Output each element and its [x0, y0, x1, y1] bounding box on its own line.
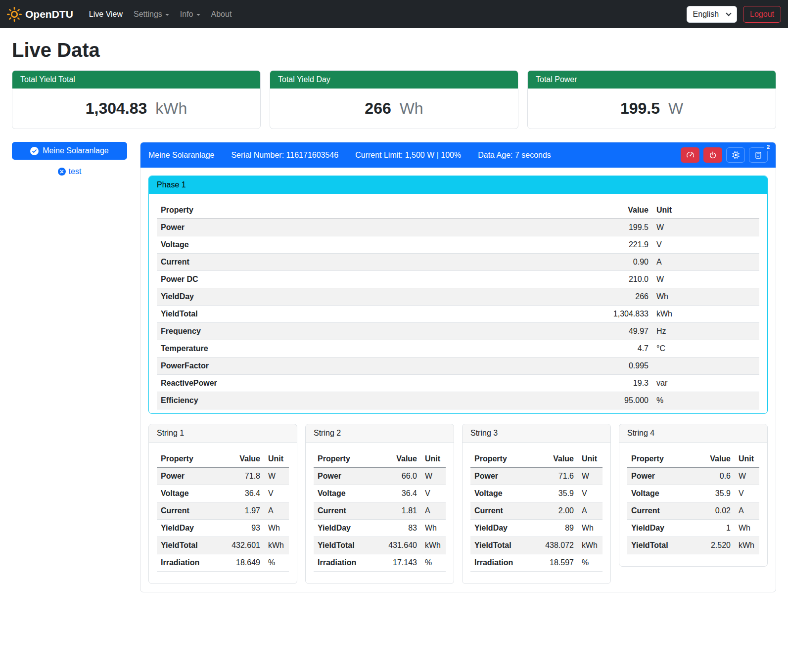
- inverter-card-body: Phase 1 Property Value Unit Power199.5WV…: [140, 168, 776, 592]
- property-value: 49.97: [573, 323, 652, 340]
- phase-card: Phase 1 Property Value Unit Power199.5WV…: [148, 176, 768, 414]
- property-value: 4.7: [573, 340, 652, 358]
- table-row: Irradiation17.143%: [314, 554, 446, 572]
- property-value: 95.000: [573, 392, 652, 409]
- property-value: 1,304.833: [573, 306, 652, 323]
- property-unit: W: [578, 468, 603, 485]
- property-unit: %: [578, 554, 603, 572]
- column-unit: Unit: [735, 450, 759, 468]
- event-log-button[interactable]: 2: [749, 147, 768, 163]
- property-label: YieldDay: [627, 520, 689, 537]
- table-row: Power0.6W: [627, 468, 759, 485]
- table-row: Temperature4.7°C: [157, 340, 759, 358]
- total-yield-total-card: Total Yield Total 1,304.83 kWh: [12, 70, 261, 129]
- cpu-icon: [732, 151, 740, 159]
- property-label: Voltage: [314, 485, 375, 502]
- property-value: 93: [219, 520, 264, 537]
- property-unit: %: [652, 392, 759, 409]
- property-value: 35.9: [532, 485, 578, 502]
- property-value: 1.81: [375, 502, 421, 520]
- chevron-down-icon: [726, 10, 731, 16]
- property-value: 1: [689, 520, 735, 537]
- property-unit: var: [652, 375, 759, 392]
- table-header-row: Property Value Unit: [627, 450, 759, 468]
- power-button[interactable]: [703, 147, 722, 163]
- property-value: 2.520: [689, 537, 735, 554]
- table-row: Voltage35.9V: [627, 485, 759, 502]
- string-card-body: Property Value Unit Power0.6WVoltage35.9…: [619, 443, 767, 566]
- property-label: YieldTotal: [314, 537, 375, 554]
- string-card: String 1 Property Value Unit Power71.8WV…: [148, 424, 297, 584]
- property-unit: Wh: [652, 288, 759, 306]
- table-row: YieldTotal431.640kWh: [314, 537, 446, 554]
- language-select[interactable]: English: [687, 6, 737, 23]
- page-content: Live Data Total Yield Total 1,304.83 kWh…: [0, 28, 788, 604]
- sidebar-item-label: Meine Solaranlage: [43, 146, 108, 155]
- table-row: Power66.0W: [314, 468, 446, 485]
- property-unit: A: [652, 254, 759, 271]
- caret-down-icon: [165, 14, 169, 16]
- nav-about[interactable]: About: [206, 6, 237, 23]
- column-unit: Unit: [421, 450, 446, 468]
- table-row: Irradiation18.597%: [470, 554, 603, 572]
- column-unit: Unit: [578, 450, 603, 468]
- property-label: Temperature: [157, 340, 573, 358]
- brand-label: OpenDTU: [25, 8, 73, 20]
- property-label: Current: [470, 502, 532, 520]
- sidebar-item-label: test: [69, 167, 82, 176]
- property-unit: W: [735, 468, 759, 485]
- property-label: Voltage: [157, 485, 219, 502]
- table-row: YieldDay89Wh: [470, 520, 603, 537]
- language-select-value: English: [693, 10, 719, 19]
- property-unit: Wh: [264, 520, 289, 537]
- string-card-title: String 4: [619, 424, 767, 443]
- nav-info[interactable]: Info: [175, 6, 205, 23]
- property-label: PowerFactor: [157, 358, 573, 375]
- logout-button[interactable]: Logout: [743, 6, 781, 23]
- property-label: Power DC: [157, 271, 573, 288]
- limit-settings-button[interactable]: [681, 147, 699, 163]
- string-card-title: String 1: [149, 424, 297, 443]
- brand[interactable]: OpenDTU: [7, 7, 73, 22]
- property-label: Power: [470, 468, 532, 485]
- property-label: Current: [157, 502, 219, 520]
- property-label: Voltage: [627, 485, 689, 502]
- table-header-row: Property Value Unit: [157, 202, 759, 219]
- nav-live-view[interactable]: Live View: [84, 6, 128, 23]
- sidebar-item-test[interactable]: test: [12, 167, 127, 176]
- table-row: Current2.00A: [470, 502, 603, 520]
- property-value: 432.601: [219, 537, 264, 554]
- property-value: 0.6: [689, 468, 735, 485]
- property-label: Irradiation: [470, 554, 532, 572]
- property-value: 2.00: [532, 502, 578, 520]
- phase-card-title: Phase 1: [149, 176, 767, 194]
- table-row: Power199.5W: [157, 219, 759, 236]
- property-label: Current: [157, 254, 573, 271]
- column-value: Value: [375, 450, 421, 468]
- property-value: 66.0: [375, 468, 421, 485]
- table-row: Current0.90A: [157, 254, 759, 271]
- nav-settings[interactable]: Settings: [129, 6, 174, 23]
- table-row: Efficiency95.000%: [157, 392, 759, 409]
- card-title: Total Yield Total: [12, 71, 260, 89]
- string-card-body: Property Value Unit Power66.0WVoltage36.…: [306, 443, 454, 583]
- page-title: Live Data: [12, 39, 776, 61]
- property-unit: V: [652, 236, 759, 254]
- property-unit: kWh: [652, 306, 759, 323]
- string-card: String 2 Property Value Unit Power66.0WV…: [305, 424, 454, 584]
- property-value: 35.9: [689, 485, 735, 502]
- power-icon: [709, 151, 717, 159]
- device-info-button[interactable]: [726, 147, 745, 163]
- property-value: 18.649: [219, 554, 264, 572]
- property-value: 83: [375, 520, 421, 537]
- string-table: Property Value Unit Power0.6WVoltage35.9…: [627, 450, 759, 554]
- inverter-card: Meine Solaranlage Serial Number: 1161716…: [140, 142, 776, 592]
- property-label: Power: [314, 468, 375, 485]
- property-label: YieldTotal: [470, 537, 532, 554]
- caret-down-icon: [196, 14, 200, 16]
- property-label: YieldTotal: [157, 306, 573, 323]
- sidebar-item-meine-solaranlage[interactable]: Meine Solaranlage: [12, 142, 127, 160]
- property-label: Current: [627, 502, 689, 520]
- table-row: Irradiation18.649%: [157, 554, 289, 572]
- property-value: 210.0: [573, 271, 652, 288]
